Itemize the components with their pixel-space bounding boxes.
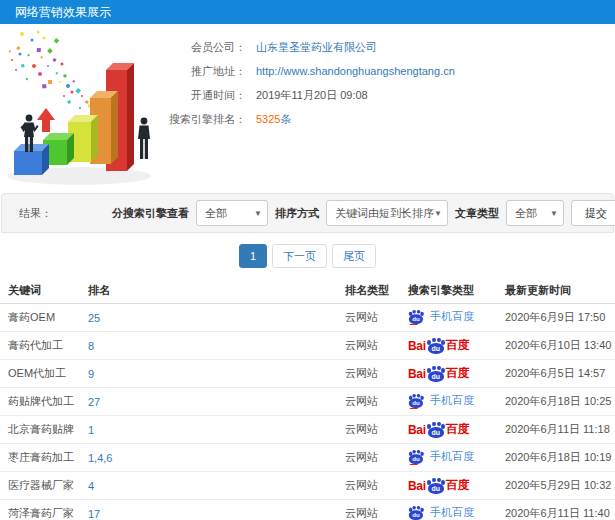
rank-cell: 8	[80, 332, 337, 360]
rank-cell: 27	[80, 388, 337, 416]
rank-link[interactable]: 17	[88, 508, 100, 520]
paw-toe	[432, 338, 436, 343]
rank-link[interactable]: 4	[88, 480, 94, 492]
promo-url-link[interactable]: http://www.shandonghuangshengtang.cn	[256, 65, 455, 77]
updated-time-cell: 2020年6月18日 10:19	[497, 444, 615, 472]
rank-link[interactable]: 1	[88, 424, 94, 436]
engine-type-cell: Baidu百度	[400, 472, 497, 500]
rank-type-cell: 云网站	[337, 444, 400, 472]
promo-url-label: 推广地址：	[128, 64, 246, 79]
baidu-logo-text: Bai	[408, 479, 426, 493]
next-page-button[interactable]: 下一页	[272, 244, 327, 268]
paw-toe	[437, 366, 441, 371]
table-row: OEM代加工9云网站Baidu百度2020年6月5日 14:57	[0, 360, 615, 388]
baidu-logo-text: 百度	[446, 365, 469, 382]
rank-cell: 1,4,6	[80, 444, 337, 472]
keyword-cell: 枣庄膏药加工	[0, 444, 80, 472]
engine-type-cell: Baidu百度	[400, 332, 497, 360]
engine-type-cell: Baidu百度	[400, 416, 497, 444]
baidu-paw-icon: du	[408, 309, 424, 324]
updated-time-cell: 2020年6月11日 11:18	[497, 416, 615, 444]
column-header: 关键词	[0, 278, 80, 304]
engine-select-value: 全部	[205, 207, 227, 219]
page-header: 网络营销效果展示	[0, 0, 615, 24]
paw-toe	[437, 338, 441, 343]
paw-pad: du	[428, 427, 444, 438]
page-title: 网络营销效果展示	[15, 5, 111, 19]
rank-type-cell: 云网站	[337, 360, 400, 388]
rank-type-cell: 云网站	[337, 416, 400, 444]
baidu-paw-icon: du	[427, 477, 445, 494]
member-info: 会员公司： 山东皇圣堂药业有限公司 推广地址： http://www.shand…	[128, 35, 455, 131]
company-label: 会员公司：	[128, 40, 246, 55]
baidu-logo-text: 百度	[446, 477, 469, 494]
rank-count-number: 5325	[256, 113, 280, 125]
company-link[interactable]: 山东皇圣堂药业有限公司	[256, 40, 377, 55]
mobile-baidu-logo: du手机百度	[408, 448, 474, 465]
rank-link[interactable]: 8	[88, 340, 94, 352]
paw-toe	[437, 422, 441, 427]
results-table: 关键词排名排名类型搜索引擎类型最新更新时间 膏药OEM25云网站du手机百度20…	[0, 278, 615, 520]
article-type-select[interactable]: 全部 ▼	[506, 200, 564, 226]
paw-pad: du	[409, 314, 423, 324]
submit-button[interactable]: 提交	[571, 200, 615, 226]
rank-cell: 9	[80, 360, 337, 388]
table-row: 北京膏药贴牌1云网站Baidu百度2020年6月11日 11:18	[0, 416, 615, 444]
updated-time-cell: 2020年6月9日 17:50	[497, 304, 615, 332]
rank-link[interactable]: 1,4,6	[88, 452, 112, 464]
chevron-down-icon: ▼	[434, 201, 442, 226]
baidu-paw-icon: du	[408, 449, 424, 464]
baidu-paw-icon: du	[427, 365, 445, 382]
rank-link[interactable]: 27	[88, 396, 100, 408]
baidu-logo: Baidu百度	[408, 477, 469, 494]
filter-bar: 结果： 分搜索引擎查看 全部 ▼ 排序方式 关键词由短到长排序 ▼ 文章类型 全…	[1, 193, 614, 233]
info-row-opened: 开通时间： 2019年11月20日 09:08	[128, 83, 455, 107]
rank-type-cell: 云网站	[337, 500, 400, 520]
mobile-baidu-label: 手机百度	[430, 309, 474, 324]
info-row-url: 推广地址： http://www.shandonghuangshengtang.…	[128, 59, 455, 83]
rank-cell: 4	[80, 472, 337, 500]
rank-link[interactable]: 9	[88, 368, 94, 380]
keyword-cell: 膏药OEM	[0, 304, 80, 332]
table-row: 膏药OEM25云网站du手机百度2020年6月9日 17:50	[0, 304, 615, 332]
rank-type-cell: 云网站	[337, 304, 400, 332]
rank-type-cell: 云网站	[337, 388, 400, 416]
column-header: 搜索引擎类型	[400, 278, 497, 304]
mobile-baidu-label: 手机百度	[430, 393, 474, 408]
open-time-label: 开通时间：	[128, 88, 246, 103]
keyword-cell: OEM代加工	[0, 360, 80, 388]
last-page-button[interactable]: 尾页	[332, 244, 376, 268]
paw-pad: du	[428, 371, 444, 382]
paw-toe	[412, 505, 416, 509]
engine-type-cell: du手机百度	[400, 444, 497, 472]
paw-pad: du	[409, 454, 423, 464]
paw-pad: du	[428, 483, 444, 494]
pagination: 1 下一页 尾页	[0, 233, 615, 278]
engine-type-cell: du手机百度	[400, 500, 497, 520]
sort-select[interactable]: 关键词由短到长排序 ▼	[326, 200, 448, 226]
engine-type-cell: Baidu百度	[400, 360, 497, 388]
keyword-cell: 药贴牌代加工	[0, 388, 80, 416]
baidu-logo-text: 百度	[446, 337, 469, 354]
table-header-row: 关键词排名排名类型搜索引擎类型最新更新时间	[0, 278, 615, 304]
baidu-logo: Baidu百度	[408, 337, 469, 354]
baidu-logo-text: 百度	[446, 421, 469, 438]
filter-controls: 分搜索引擎查看 全部 ▼ 排序方式 关键词由短到长排序 ▼ 文章类型 全部 ▼ …	[112, 200, 615, 226]
engine-filter-label: 分搜索引擎查看	[112, 206, 189, 221]
chevron-down-icon: ▼	[550, 201, 558, 226]
rank-type-cell: 云网站	[337, 332, 400, 360]
engine-select[interactable]: 全部 ▼	[196, 200, 268, 226]
updated-time-cell: 2020年6月10日 13:40	[497, 332, 615, 360]
mobile-baidu-logo: du手机百度	[408, 308, 474, 325]
mobile-baidu-label: 手机百度	[430, 505, 474, 520]
rank-cell: 1	[80, 416, 337, 444]
mobile-baidu-logo: du手机百度	[408, 392, 474, 409]
table-row: 医疗器械厂家4云网站Baidu百度2020年5月29日 10:32	[0, 472, 615, 500]
page-button-current[interactable]: 1	[239, 244, 267, 268]
sort-filter-label: 排序方式	[275, 206, 319, 221]
rank-link[interactable]: 25	[88, 312, 100, 324]
rank-cell: 17	[80, 500, 337, 520]
paw-pad: du	[428, 343, 444, 354]
mobile-baidu-label: 手机百度	[430, 449, 474, 464]
rank-cell: 25	[80, 304, 337, 332]
